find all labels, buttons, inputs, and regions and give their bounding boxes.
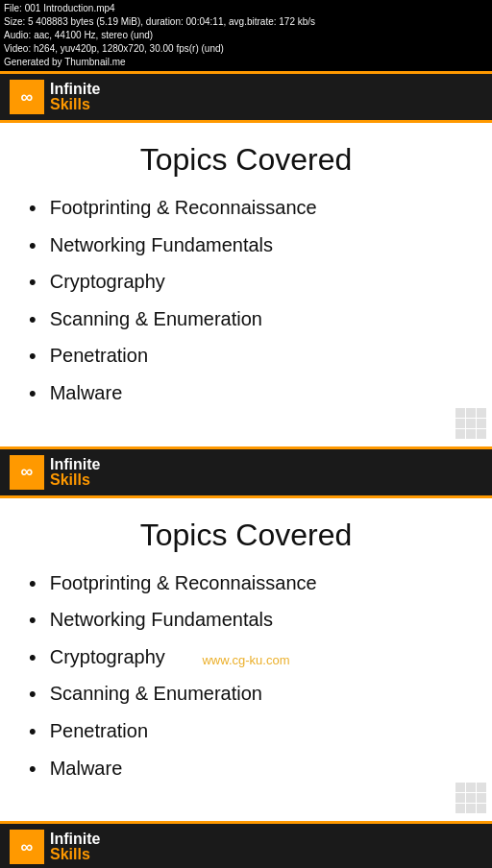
logo-box-3: ∞ Infinite Skills xyxy=(10,830,100,864)
slide-1-title: Topics Covered xyxy=(29,142,463,178)
logo-text-2: Infinite Skills xyxy=(50,457,100,488)
slide-1: Topics Covered Footprinting & Reconnaiss… xyxy=(0,123,492,446)
logo-skills-2: Skills xyxy=(50,472,100,488)
watermark-1 xyxy=(455,408,486,439)
logo-skills-1: Skills xyxy=(50,97,100,112)
logo-bar-1: ∞ Infinite Skills xyxy=(0,71,492,123)
watermark-grid-1 xyxy=(455,408,486,439)
logo-infinite-1: Infinite xyxy=(50,82,100,97)
logo-infinite-2: Infinite xyxy=(50,457,100,472)
list-item: Penetration xyxy=(29,343,463,371)
list-item: Footprinting & Reconnaissance xyxy=(29,570,463,598)
watermark-2 xyxy=(455,783,486,813)
list-item: Malware xyxy=(29,756,463,784)
list-item: Footprinting & Reconnaissance xyxy=(29,195,463,223)
logo-box-2: ∞ Infinite Skills xyxy=(10,455,100,490)
list-item: Malware xyxy=(29,380,463,408)
list-item: Scanning & Enumeration xyxy=(29,681,463,709)
slide-2-title: Topics Covered xyxy=(29,518,463,553)
list-item: Scanning & Enumeration xyxy=(29,306,463,334)
list-item: Networking Fundamentals xyxy=(29,232,463,260)
logo-icon-2: ∞ xyxy=(10,455,44,490)
slide-2: Topics Covered Footprinting & Reconnaiss… xyxy=(0,498,492,822)
logo-skills-3: Skills xyxy=(50,847,100,862)
list-item: Networking Fundamentals xyxy=(29,607,463,635)
logo-infinite-3: Infinite xyxy=(50,832,100,847)
logo-bar-2: ∞ Infinite Skills xyxy=(0,446,492,498)
logo-icon-1: ∞ xyxy=(10,80,44,114)
top-info-bar: File: 001 Introduction.mp4 Size: 5 40888… xyxy=(0,0,492,71)
logo-icon-3: ∞ xyxy=(10,830,44,864)
logo-text-3: Infinite Skills xyxy=(50,832,100,862)
slide-2-topic-list: Footprinting & Reconnaissance Networking… xyxy=(29,570,463,784)
slide-1-topic-list: Footprinting & Reconnaissance Networking… xyxy=(29,195,463,408)
logo-bar-3: ∞ Infinite Skills xyxy=(0,821,492,868)
watermark-grid-2 xyxy=(455,783,486,813)
list-item: Cryptography xyxy=(29,644,463,672)
logo-box-1: ∞ Infinite Skills xyxy=(10,80,100,114)
list-item: Cryptography xyxy=(29,269,463,297)
logo-text-1: Infinite Skills xyxy=(50,82,100,112)
list-item: Penetration xyxy=(29,718,463,746)
